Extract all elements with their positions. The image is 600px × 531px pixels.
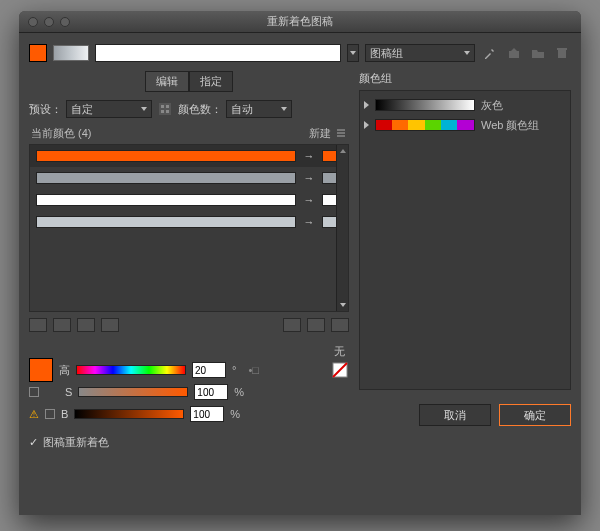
chevron-down-icon bbox=[350, 51, 356, 55]
svg-rect-0 bbox=[509, 51, 519, 58]
svg-rect-3 bbox=[159, 103, 171, 115]
group-name: Web 颜色组 bbox=[481, 118, 539, 133]
new-row-tool-icon[interactable] bbox=[101, 318, 119, 332]
current-colors-header: 当前颜色 (4) bbox=[31, 126, 92, 141]
assign-arrow-icon[interactable]: → bbox=[302, 194, 316, 206]
group-name: 灰色 bbox=[481, 98, 503, 113]
sort-icon[interactable] bbox=[307, 318, 325, 332]
chevron-down-icon bbox=[281, 107, 287, 111]
color-group-item[interactable]: 灰色 bbox=[364, 95, 566, 115]
caret-right-icon bbox=[364, 121, 369, 129]
color-group-icon[interactable] bbox=[156, 100, 174, 118]
preset-select[interactable]: 自定 bbox=[66, 100, 152, 118]
new-column-header: 新建 bbox=[309, 126, 331, 141]
color-count-value: 自动 bbox=[231, 102, 253, 117]
trash-icon[interactable] bbox=[553, 44, 571, 62]
source-color-bar[interactable] bbox=[36, 216, 296, 228]
source-color-bar[interactable] bbox=[36, 150, 296, 162]
svg-rect-6 bbox=[161, 110, 164, 113]
hue-slider[interactable] bbox=[76, 365, 186, 375]
brightness-slider[interactable] bbox=[74, 409, 184, 419]
color-row[interactable]: → bbox=[30, 167, 348, 189]
color-row[interactable]: → bbox=[30, 211, 348, 233]
tab-assign[interactable]: 指定 bbox=[189, 71, 233, 92]
color-row[interactable]: → bbox=[30, 145, 348, 167]
svg-rect-2 bbox=[557, 48, 567, 50]
merge-tool-icon[interactable] bbox=[29, 318, 47, 332]
degree-unit: ° bbox=[232, 364, 236, 376]
find-color-icon[interactable] bbox=[283, 318, 301, 332]
percent-unit: % bbox=[230, 408, 240, 420]
dialog-window: 重新着色图稿 图稿组 编辑 指定 预设： bbox=[19, 11, 581, 515]
recolor-artwork-checkbox[interactable]: 图稿重新着色 bbox=[43, 435, 109, 450]
preset-value: 自定 bbox=[71, 102, 93, 117]
color-assignment-list: → → → → bbox=[29, 144, 349, 312]
options-menu-icon[interactable] bbox=[335, 124, 347, 142]
tab-edit[interactable]: 编辑 bbox=[145, 71, 189, 92]
separate-tool-icon[interactable] bbox=[53, 318, 71, 332]
saturation-label: S bbox=[65, 386, 72, 398]
svg-rect-5 bbox=[166, 105, 169, 108]
none-label: 无 bbox=[334, 344, 345, 359]
exclude-tool-icon[interactable] bbox=[77, 318, 95, 332]
hue-label: 高 bbox=[59, 363, 70, 378]
eyedropper-icon[interactable] bbox=[481, 44, 499, 62]
chevron-down-icon bbox=[464, 51, 470, 55]
assign-arrow-icon[interactable]: → bbox=[302, 172, 316, 184]
artwork-group-select[interactable]: 图稿组 bbox=[365, 44, 475, 62]
theme-dropdown[interactable] bbox=[347, 44, 359, 62]
window-title: 重新着色图稿 bbox=[19, 14, 581, 29]
color-theme-thumb[interactable] bbox=[53, 45, 89, 61]
titlebar: 重新着色图稿 bbox=[19, 11, 581, 33]
color-group-item[interactable]: Web 颜色组 bbox=[364, 115, 566, 135]
percent-unit: % bbox=[234, 386, 244, 398]
caret-right-icon bbox=[364, 101, 369, 109]
random-icon[interactable] bbox=[331, 318, 349, 332]
edit-color-swatch[interactable] bbox=[29, 358, 53, 382]
active-color-swatch[interactable] bbox=[29, 44, 47, 62]
svg-rect-4 bbox=[161, 105, 164, 108]
svg-rect-7 bbox=[166, 110, 169, 113]
group-thumb bbox=[375, 119, 475, 131]
source-color-bar[interactable] bbox=[36, 172, 296, 184]
saturation-slider[interactable] bbox=[78, 387, 188, 397]
color-groups-list: 灰色 Web 颜色组 bbox=[359, 90, 571, 390]
theme-name-input[interactable] bbox=[95, 44, 341, 62]
checkmark-icon: ✓ bbox=[29, 436, 38, 449]
color-count-select[interactable]: 自动 bbox=[226, 100, 292, 118]
group-thumb bbox=[375, 99, 475, 111]
svg-rect-1 bbox=[558, 50, 566, 58]
save-group-icon[interactable] bbox=[505, 44, 523, 62]
hue-input[interactable]: 20 bbox=[192, 362, 226, 378]
none-swatch-icon[interactable] bbox=[331, 361, 349, 379]
link-b-icon[interactable] bbox=[45, 409, 55, 419]
ok-button[interactable]: 确定 bbox=[499, 404, 571, 426]
folder-icon[interactable] bbox=[529, 44, 547, 62]
color-groups-header: 颜色组 bbox=[359, 71, 571, 86]
artwork-group-label: 图稿组 bbox=[370, 46, 403, 61]
warning-icon: ⚠ bbox=[29, 408, 39, 421]
cancel-button[interactable]: 取消 bbox=[419, 404, 491, 426]
assign-arrow-icon[interactable]: → bbox=[302, 150, 316, 162]
brightness-input[interactable]: 100 bbox=[190, 406, 224, 422]
scrollbar[interactable] bbox=[336, 145, 348, 311]
chevron-down-icon bbox=[141, 107, 147, 111]
brightness-label: B bbox=[61, 408, 68, 420]
scroll-down-icon[interactable] bbox=[337, 299, 348, 311]
color-row[interactable]: → bbox=[30, 189, 348, 211]
color-count-label: 颜色数： bbox=[178, 102, 222, 117]
scroll-up-icon[interactable] bbox=[337, 145, 348, 157]
preset-label: 预设： bbox=[29, 102, 62, 117]
link-s-icon[interactable] bbox=[29, 387, 39, 397]
assign-arrow-icon[interactable]: → bbox=[302, 216, 316, 228]
saturation-input[interactable]: 100 bbox=[194, 384, 228, 400]
source-color-bar[interactable] bbox=[36, 194, 296, 206]
